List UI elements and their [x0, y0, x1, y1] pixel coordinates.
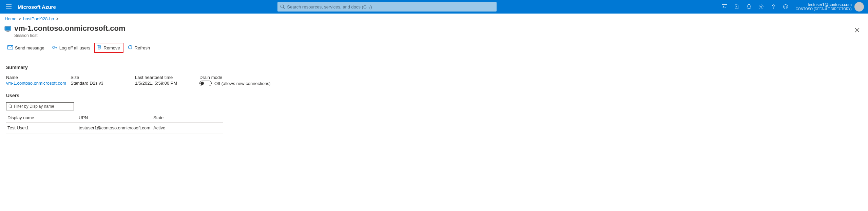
brand-label[interactable]: Microsoft Azure: [18, 4, 56, 10]
cell-display-name: Test User1: [6, 123, 77, 133]
header-right: testuser1@contoso.com CONTOSO (DEFAULT D…: [718, 0, 865, 14]
col-display-name[interactable]: Display name: [6, 113, 77, 123]
summary-heartbeat-value: 1/5/2021, 5:59:00 PM: [135, 81, 199, 86]
summary-heading: Summary: [6, 65, 862, 70]
svg-rect-8: [6, 31, 9, 32]
breadcrumb-home[interactable]: Home: [5, 16, 17, 21]
search-input[interactable]: [287, 4, 494, 9]
remove-label: Remove: [103, 45, 120, 50]
send-message-label: Send message: [15, 45, 44, 50]
avatar[interactable]: [854, 2, 864, 12]
svg-rect-7: [7, 31, 9, 31]
trash-icon: [97, 45, 101, 51]
user-directory: CONTOSO (DEFAULT DIRECTORY): [796, 7, 852, 11]
top-header: Microsoft Azure testuser1@contoso.com CO…: [0, 0, 868, 14]
log-off-label: Log off all users: [59, 45, 91, 50]
svg-point-3: [784, 6, 785, 7]
cell-upn: testuser1@contoso.onmicrosoft.com: [77, 123, 152, 133]
title-text: vm-1.contoso.onmicrosoft.com Session hos…: [14, 24, 126, 38]
summary-name-value[interactable]: vm-1.contoso.onmicrosoft.com: [6, 81, 71, 86]
settings-icon[interactable]: [755, 0, 767, 14]
breadcrumb: Home > hostPool928-hp >: [0, 14, 868, 22]
summary-heartbeat-label: Last heartbeat time: [135, 75, 199, 80]
menu-icon[interactable]: [3, 0, 15, 14]
help-icon[interactable]: [767, 0, 779, 14]
drain-toggle[interactable]: [199, 81, 212, 86]
summary-size: Size Standard D2s v3: [71, 75, 135, 86]
svg-point-1: [760, 6, 762, 7]
vm-icon: [4, 25, 12, 33]
user-email: testuser1@contoso.com: [796, 2, 852, 7]
col-upn[interactable]: UPN: [77, 113, 152, 123]
summary-heartbeat: Last heartbeat time 1/5/2021, 5:59:00 PM: [135, 75, 199, 86]
refresh-button[interactable]: Refresh: [124, 43, 154, 53]
notifications-icon[interactable]: [743, 0, 755, 14]
filter-box[interactable]: [6, 102, 74, 110]
log-off-button[interactable]: Log off all users: [49, 43, 94, 53]
page-subtitle: Session host: [14, 33, 126, 38]
page-title: vm-1.contoso.onmicrosoft.com: [14, 24, 126, 33]
cloud-shell-icon[interactable]: [718, 0, 731, 14]
summary-size-value: Standard D2s v3: [71, 81, 135, 86]
feedback-icon[interactable]: [779, 0, 792, 14]
user-block[interactable]: testuser1@contoso.com CONTOSO (DEFAULT D…: [792, 2, 854, 11]
summary-name-label: Name: [6, 75, 71, 80]
users-heading: Users: [6, 93, 862, 98]
breadcrumb-parent[interactable]: hostPool928-hp: [23, 16, 54, 21]
summary-drain: Drain mode Off (allows new connections): [199, 75, 288, 86]
users-header-row: Display name UPN State: [6, 113, 223, 123]
svg-rect-0: [722, 5, 727, 9]
title-row: vm-1.contoso.onmicrosoft.com Session hos…: [0, 22, 868, 38]
key-icon: [52, 45, 57, 51]
svg-rect-6: [5, 27, 10, 30]
filter-input[interactable]: [14, 104, 72, 109]
summary-drain-value: Off (allows new connections): [214, 81, 271, 86]
close-button[interactable]: [851, 24, 863, 36]
breadcrumb-sep: >: [56, 16, 59, 21]
users-table: Display name UPN State Test User1 testus…: [6, 113, 223, 133]
breadcrumb-sep: >: [19, 16, 21, 21]
content: Summary Name vm-1.contoso.onmicrosoft.co…: [0, 55, 868, 140]
col-state[interactable]: State: [152, 113, 223, 123]
refresh-icon: [128, 45, 133, 51]
summary-grid: Name vm-1.contoso.onmicrosoft.com Size S…: [6, 75, 862, 86]
svg-point-10: [52, 46, 55, 48]
svg-point-2: [783, 5, 788, 9]
table-row[interactable]: Test User1 testuser1@contoso.onmicrosoft…: [6, 123, 223, 133]
summary-name: Name vm-1.contoso.onmicrosoft.com: [6, 75, 71, 86]
summary-drain-label: Drain mode: [199, 75, 288, 80]
search-box[interactable]: [277, 2, 497, 12]
refresh-label: Refresh: [135, 45, 150, 50]
summary-size-label: Size: [71, 75, 135, 80]
command-bar: Send message Log off all users Remove Re…: [0, 38, 868, 55]
svg-point-4: [786, 6, 787, 7]
send-message-button[interactable]: Send message: [4, 43, 48, 52]
directories-icon[interactable]: [731, 0, 743, 14]
mail-icon: [7, 45, 13, 50]
cell-state: Active: [152, 123, 223, 133]
search-container: [277, 2, 497, 12]
remove-button[interactable]: Remove: [94, 43, 123, 53]
